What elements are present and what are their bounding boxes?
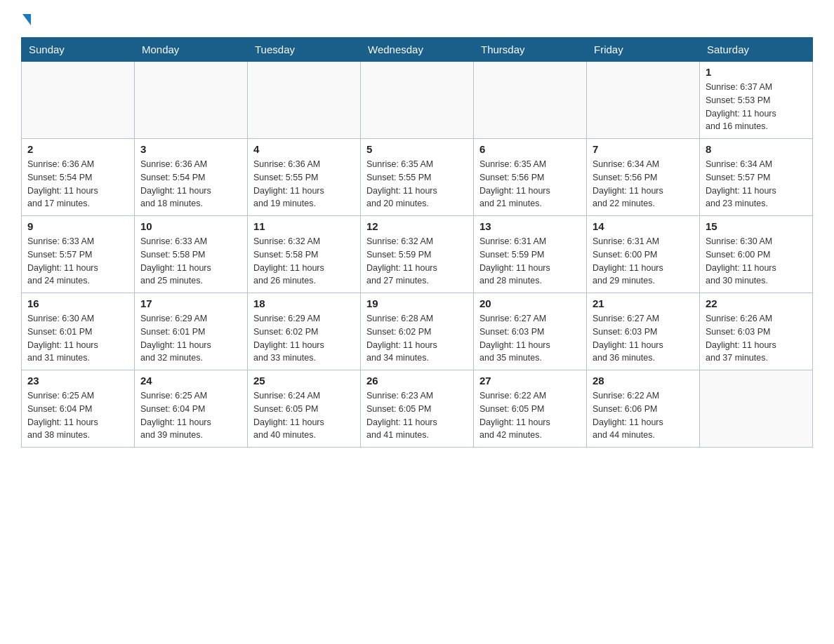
calendar-cell — [474, 62, 587, 139]
calendar-cell: 8Sunrise: 6:34 AM Sunset: 5:57 PM Daylig… — [700, 139, 813, 216]
page-header — [21, 14, 813, 26]
calendar-cell — [587, 62, 700, 139]
calendar-cell — [135, 62, 248, 139]
day-number: 1 — [706, 66, 807, 78]
day-number: 8 — [706, 143, 807, 155]
day-info: Sunrise: 6:31 AM Sunset: 5:59 PM Dayligh… — [479, 235, 581, 288]
day-info: Sunrise: 6:35 AM Sunset: 5:55 PM Dayligh… — [366, 158, 468, 210]
calendar-cell: 28Sunrise: 6:22 AM Sunset: 6:06 PM Dayli… — [587, 370, 700, 448]
day-info: Sunrise: 6:33 AM Sunset: 5:58 PM Dayligh… — [140, 235, 241, 288]
day-info: Sunrise: 6:36 AM Sunset: 5:54 PM Dayligh… — [27, 158, 128, 210]
calendar-cell: 19Sunrise: 6:28 AM Sunset: 6:02 PM Dayli… — [361, 293, 474, 370]
day-of-week-header: Friday — [587, 38, 700, 62]
day-info: Sunrise: 6:29 AM Sunset: 6:02 PM Dayligh… — [253, 312, 355, 365]
day-info: Sunrise: 6:34 AM Sunset: 5:57 PM Dayligh… — [706, 158, 807, 210]
calendar-cell: 20Sunrise: 6:27 AM Sunset: 6:03 PM Dayli… — [474, 293, 587, 370]
day-info: Sunrise: 6:35 AM Sunset: 5:56 PM Dayligh… — [479, 158, 581, 210]
day-number: 22 — [706, 297, 807, 309]
day-number: 27 — [479, 375, 581, 387]
day-info: Sunrise: 6:30 AM Sunset: 6:01 PM Dayligh… — [27, 312, 128, 365]
calendar-cell: 24Sunrise: 6:25 AM Sunset: 6:04 PM Dayli… — [135, 370, 248, 448]
calendar-cell: 22Sunrise: 6:26 AM Sunset: 6:03 PM Dayli… — [700, 293, 813, 370]
day-of-week-header: Sunday — [22, 38, 135, 62]
day-number: 3 — [140, 143, 241, 155]
calendar-week-row: 2Sunrise: 6:36 AM Sunset: 5:54 PM Daylig… — [22, 139, 813, 216]
calendar-week-row: 1Sunrise: 6:37 AM Sunset: 5:53 PM Daylig… — [22, 62, 813, 139]
day-of-week-header: Monday — [135, 38, 248, 62]
logo — [21, 14, 31, 26]
day-info: Sunrise: 6:31 AM Sunset: 6:00 PM Dayligh… — [593, 235, 694, 288]
day-number: 18 — [253, 297, 355, 309]
day-number: 15 — [706, 220, 807, 232]
day-info: Sunrise: 6:23 AM Sunset: 6:05 PM Dayligh… — [366, 389, 468, 442]
day-number: 20 — [479, 297, 581, 309]
calendar-cell: 23Sunrise: 6:25 AM Sunset: 6:04 PM Dayli… — [22, 370, 135, 448]
calendar-cell: 2Sunrise: 6:36 AM Sunset: 5:54 PM Daylig… — [22, 139, 135, 216]
calendar-cell — [700, 370, 813, 448]
calendar-cell: 13Sunrise: 6:31 AM Sunset: 5:59 PM Dayli… — [474, 216, 587, 293]
day-number: 16 — [27, 297, 128, 309]
calendar-cell — [361, 62, 474, 139]
day-info: Sunrise: 6:26 AM Sunset: 6:03 PM Dayligh… — [706, 312, 807, 365]
day-number: 10 — [140, 220, 241, 232]
day-number: 24 — [140, 375, 241, 387]
day-info: Sunrise: 6:22 AM Sunset: 6:05 PM Dayligh… — [479, 389, 581, 442]
calendar-cell — [248, 62, 361, 139]
day-number: 9 — [27, 220, 128, 232]
day-info: Sunrise: 6:27 AM Sunset: 6:03 PM Dayligh… — [479, 312, 581, 365]
day-info: Sunrise: 6:32 AM Sunset: 5:59 PM Dayligh… — [366, 235, 468, 288]
day-info: Sunrise: 6:29 AM Sunset: 6:01 PM Dayligh… — [140, 312, 241, 365]
day-number: 21 — [593, 297, 694, 309]
calendar-body: 1Sunrise: 6:37 AM Sunset: 5:53 PM Daylig… — [22, 62, 813, 448]
day-number: 13 — [479, 220, 581, 232]
day-info: Sunrise: 6:25 AM Sunset: 6:04 PM Dayligh… — [140, 389, 241, 442]
day-info: Sunrise: 6:33 AM Sunset: 5:57 PM Dayligh… — [27, 235, 128, 288]
day-info: Sunrise: 6:28 AM Sunset: 6:02 PM Dayligh… — [366, 312, 468, 365]
calendar-cell: 11Sunrise: 6:32 AM Sunset: 5:58 PM Dayli… — [248, 216, 361, 293]
calendar-cell: 4Sunrise: 6:36 AM Sunset: 5:55 PM Daylig… — [248, 139, 361, 216]
day-info: Sunrise: 6:36 AM Sunset: 5:55 PM Dayligh… — [253, 158, 355, 210]
day-info: Sunrise: 6:25 AM Sunset: 6:04 PM Dayligh… — [27, 389, 128, 442]
calendar-cell: 3Sunrise: 6:36 AM Sunset: 5:54 PM Daylig… — [135, 139, 248, 216]
calendar-cell: 25Sunrise: 6:24 AM Sunset: 6:05 PM Dayli… — [248, 370, 361, 448]
day-number: 5 — [366, 143, 468, 155]
calendar-cell: 12Sunrise: 6:32 AM Sunset: 5:59 PM Dayli… — [361, 216, 474, 293]
day-info: Sunrise: 6:36 AM Sunset: 5:54 PM Dayligh… — [140, 158, 241, 210]
day-number: 23 — [27, 375, 128, 387]
calendar-header: SundayMondayTuesdayWednesdayThursdayFrid… — [22, 38, 813, 62]
calendar-cell: 16Sunrise: 6:30 AM Sunset: 6:01 PM Dayli… — [22, 293, 135, 370]
day-info: Sunrise: 6:22 AM Sunset: 6:06 PM Dayligh… — [593, 389, 694, 442]
calendar-cell: 6Sunrise: 6:35 AM Sunset: 5:56 PM Daylig… — [474, 139, 587, 216]
calendar-cell: 10Sunrise: 6:33 AM Sunset: 5:58 PM Dayli… — [135, 216, 248, 293]
calendar-week-row: 9Sunrise: 6:33 AM Sunset: 5:57 PM Daylig… — [22, 216, 813, 293]
day-number: 12 — [366, 220, 468, 232]
day-number: 26 — [366, 375, 468, 387]
day-number: 4 — [253, 143, 355, 155]
day-number: 19 — [366, 297, 468, 309]
day-number: 28 — [593, 375, 694, 387]
day-number: 11 — [253, 220, 355, 232]
calendar-cell: 18Sunrise: 6:29 AM Sunset: 6:02 PM Dayli… — [248, 293, 361, 370]
day-of-week-header: Tuesday — [248, 38, 361, 62]
calendar-cell: 7Sunrise: 6:34 AM Sunset: 5:56 PM Daylig… — [587, 139, 700, 216]
calendar-cell: 9Sunrise: 6:33 AM Sunset: 5:57 PM Daylig… — [22, 216, 135, 293]
calendar-cell — [22, 62, 135, 139]
calendar-cell: 14Sunrise: 6:31 AM Sunset: 6:00 PM Dayli… — [587, 216, 700, 293]
calendar-week-row: 16Sunrise: 6:30 AM Sunset: 6:01 PM Dayli… — [22, 293, 813, 370]
day-info: Sunrise: 6:32 AM Sunset: 5:58 PM Dayligh… — [253, 235, 355, 288]
day-info: Sunrise: 6:30 AM Sunset: 6:00 PM Dayligh… — [706, 235, 807, 288]
day-of-week-header: Saturday — [700, 38, 813, 62]
day-of-week-header: Wednesday — [361, 38, 474, 62]
calendar-cell: 15Sunrise: 6:30 AM Sunset: 6:00 PM Dayli… — [700, 216, 813, 293]
day-number: 7 — [593, 143, 694, 155]
day-info: Sunrise: 6:34 AM Sunset: 5:56 PM Dayligh… — [593, 158, 694, 210]
logo-arrow-icon — [22, 14, 31, 25]
day-number: 6 — [479, 143, 581, 155]
calendar-cell: 26Sunrise: 6:23 AM Sunset: 6:05 PM Dayli… — [361, 370, 474, 448]
day-number: 14 — [593, 220, 694, 232]
day-info: Sunrise: 6:24 AM Sunset: 6:05 PM Dayligh… — [253, 389, 355, 442]
calendar-cell: 17Sunrise: 6:29 AM Sunset: 6:01 PM Dayli… — [135, 293, 248, 370]
calendar: SundayMondayTuesdayWednesdayThursdayFrid… — [21, 37, 813, 448]
calendar-week-row: 23Sunrise: 6:25 AM Sunset: 6:04 PM Dayli… — [22, 370, 813, 448]
day-number: 17 — [140, 297, 241, 309]
